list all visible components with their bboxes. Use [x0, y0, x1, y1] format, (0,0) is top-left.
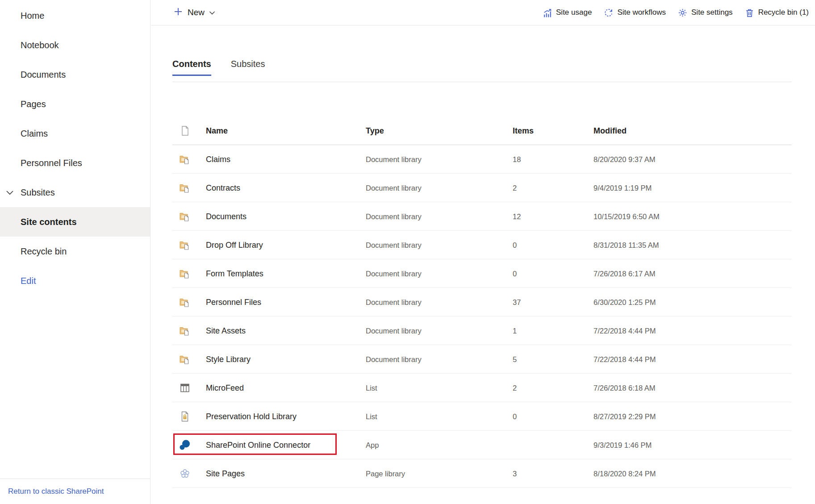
- table-row[interactable]: Documents Document library 12 10/15/2019…: [172, 202, 792, 231]
- plus-icon: [173, 7, 183, 19]
- table-row[interactable]: Drop Off Library Document library 0 8/31…: [172, 231, 792, 259]
- sidebar-item-documents[interactable]: Documents: [0, 60, 150, 89]
- site-usage-button[interactable]: Site usage: [543, 8, 592, 17]
- row-name[interactable]: Preservation Hold Library: [206, 412, 297, 421]
- recycle-bin-button[interactable]: Recycle bin (1): [745, 8, 809, 17]
- tabs: Contents Subsites: [172, 59, 265, 76]
- document-library-icon: [179, 296, 191, 308]
- row-type: App: [366, 441, 379, 449]
- sidebar-item-label: Pages: [21, 99, 46, 109]
- site-settings-button[interactable]: Site settings: [678, 8, 733, 17]
- row-type: Document library: [366, 155, 422, 163]
- gear-icon: [678, 8, 687, 17]
- row-type: Document library: [366, 269, 422, 278]
- sidebar-item-label: Documents: [21, 70, 66, 80]
- row-type-icon: [179, 468, 191, 479]
- table-row[interactable]: Claims Document library 18 8/20/2020 9:3…: [172, 145, 792, 174]
- row-items: 37: [513, 298, 521, 306]
- sidebar-item-pages[interactable]: Pages: [0, 89, 150, 119]
- table-body: Claims Document library 18 8/20/2020 9:3…: [172, 145, 792, 488]
- row-name[interactable]: Drop Off Library: [206, 240, 263, 250]
- sidebar-item-label: Edit: [21, 276, 36, 286]
- tabs-divider: [172, 82, 792, 82]
- row-type: Document library: [366, 355, 422, 363]
- row-name[interactable]: Site Pages: [206, 469, 245, 478]
- table-row[interactable]: Contracts Document library 2 9/4/2019 1:…: [172, 174, 792, 202]
- row-modified: 7/26/2018 6:17 AM: [593, 269, 656, 278]
- document-icon: [179, 125, 191, 137]
- sidebar-item-personnel-files[interactable]: Personnel Files: [0, 148, 150, 178]
- sidebar-item-site-contents[interactable]: Site contents: [0, 207, 150, 237]
- row-name[interactable]: Personnel Files: [206, 297, 261, 307]
- table-row[interactable]: Preservation Hold Library List 0 8/27/20…: [172, 402, 792, 431]
- column-header-type[interactable]: Type: [366, 126, 384, 135]
- site-workflows-label: Site workflows: [617, 8, 666, 17]
- new-button[interactable]: New: [173, 7, 215, 19]
- sidebar: Home Notebook Documents Pages Claims Per…: [0, 0, 150, 504]
- sidebar-item-label: Recycle bin: [21, 246, 67, 257]
- row-name[interactable]: SharePoint Online Connector: [206, 440, 310, 450]
- row-type-icon: [179, 268, 191, 279]
- row-name[interactable]: Form Templates: [206, 269, 263, 278]
- row-name[interactable]: Documents: [206, 212, 247, 221]
- row-name[interactable]: Claims: [206, 154, 230, 164]
- row-items: 5: [513, 355, 517, 363]
- row-items: 3: [513, 469, 517, 478]
- sidebar-item-label: Site contents: [21, 217, 77, 227]
- table-row[interactable]: Site Pages Page library 3 8/18/2020 8:24…: [172, 459, 792, 488]
- sidebar-item-subsites[interactable]: Subsites: [0, 178, 150, 207]
- row-modified: 8/20/2020 9:37 AM: [593, 155, 656, 163]
- column-header-items[interactable]: Items: [513, 126, 534, 135]
- sidebar-item-edit[interactable]: Edit: [0, 266, 150, 296]
- row-type-icon: [179, 296, 191, 308]
- row-type-icon: [179, 182, 191, 194]
- row-items: 2: [513, 183, 517, 192]
- row-type-icon: [179, 211, 191, 222]
- row-modified: 9/4/2019 1:19 PM: [593, 183, 652, 192]
- row-name[interactable]: MicroFeed: [206, 383, 244, 392]
- document-library-icon: [179, 325, 191, 337]
- table-row[interactable]: Site Assets Document library 1 7/22/2018…: [172, 317, 792, 345]
- row-type: Document library: [366, 241, 422, 249]
- table-row[interactable]: Style Library Document library 5 7/22/20…: [172, 345, 792, 374]
- sidebar-item-notebook[interactable]: Notebook: [0, 30, 150, 60]
- table-row[interactable]: Form Templates Document library 0 7/26/2…: [172, 259, 792, 288]
- tab-contents[interactable]: Contents: [172, 59, 211, 76]
- sidebar-item-claims[interactable]: Claims: [0, 119, 150, 148]
- row-modified: 7/26/2018 6:18 AM: [593, 383, 656, 392]
- row-type-icon: [179, 239, 191, 251]
- row-type: Document library: [366, 298, 422, 306]
- command-bar: New Site usage: [151, 0, 815, 25]
- column-header-modified[interactable]: Modified: [593, 126, 627, 135]
- row-items: 12: [513, 212, 521, 221]
- row-name[interactable]: Site Assets: [206, 326, 246, 335]
- sidebar-item-home[interactable]: Home: [0, 1, 150, 30]
- row-modified: 7/22/2018 4:44 PM: [593, 326, 656, 335]
- document-library-icon: [179, 182, 191, 194]
- row-name[interactable]: Contracts: [206, 183, 240, 192]
- document-library-icon: [179, 211, 191, 222]
- table-row[interactable]: SharePoint Online Connector App 9/3/2019…: [172, 431, 792, 459]
- recycle-bin-label: Recycle bin (1): [758, 8, 809, 17]
- row-type: Document library: [366, 183, 422, 192]
- contents-table: Name Type Items Modified Claims Document…: [172, 117, 792, 488]
- return-to-classic-link[interactable]: Return to classic SharePoint: [8, 487, 104, 496]
- column-header-name[interactable]: Name: [206, 126, 228, 135]
- tab-subsites[interactable]: Subsites: [231, 59, 265, 76]
- row-type: Document library: [366, 326, 422, 335]
- sidebar-item-recycle-bin[interactable]: Recycle bin: [0, 237, 150, 266]
- row-items: 0: [513, 269, 517, 278]
- row-type-icon: [179, 382, 191, 394]
- sidebar-item-label: Claims: [21, 129, 48, 139]
- row-type-icon: [179, 154, 191, 165]
- row-modified: 7/22/2018 4:44 PM: [593, 355, 656, 363]
- table-row[interactable]: MicroFeed List 2 7/26/2018 6:18 AM: [172, 374, 792, 402]
- site-workflows-button[interactable]: Site workflows: [604, 8, 666, 17]
- row-type-icon: [179, 354, 191, 365]
- row-name[interactable]: Style Library: [206, 354, 251, 364]
- table-row[interactable]: Personnel Files Document library 37 6/30…: [172, 288, 792, 317]
- row-items: 18: [513, 155, 521, 163]
- sidebar-item-label: Home: [21, 11, 44, 21]
- chevron-down-icon[interactable]: [4, 187, 15, 198]
- list-icon: [179, 382, 191, 394]
